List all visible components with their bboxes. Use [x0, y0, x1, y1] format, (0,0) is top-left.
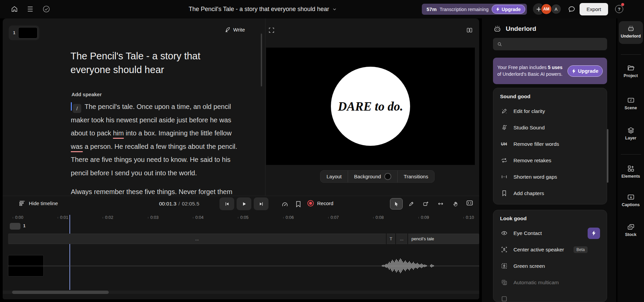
timeline-tools: [390, 198, 462, 209]
elements-icon: [617, 165, 644, 173]
avatar[interactable]: AM: [541, 3, 552, 15]
underlord-scrollbar[interactable]: [607, 129, 608, 183]
avatar-secondary[interactable]: A: [551, 4, 561, 14]
sidebar-item-layer[interactable]: Layer: [617, 126, 644, 140]
underlord-item-add-chapters[interactable]: Add chapters: [500, 185, 600, 201]
corrected-word[interactable]: him: [113, 129, 124, 137]
underlord-item-shorten-word-gaps[interactable]: Shorten word gaps: [500, 169, 600, 185]
timeline-scrollbar-thumb[interactable]: [12, 291, 109, 294]
playback-speed-icon[interactable]: [281, 201, 289, 208]
underlord-item-studio-sound[interactable]: Studio Sound: [500, 119, 600, 136]
ruler-tick: 0:09: [418, 215, 429, 220]
record-icon: [307, 200, 314, 206]
sidebar-item-stock[interactable]: Stock: [617, 223, 644, 237]
add-clip-tool[interactable]: [419, 198, 432, 209]
timeline-clip[interactable]: ...: [8, 234, 386, 244]
tab-background[interactable]: Background: [348, 171, 397, 182]
underlord-item-green-screen[interactable]: Green screen: [500, 258, 600, 274]
timeline-scrollbar-track[interactable]: [3, 291, 479, 294]
fit-timeline-icon[interactable]: [466, 199, 474, 207]
export-button[interactable]: Export: [580, 3, 608, 15]
filler-words-icon: UH: [500, 140, 508, 148]
write-button[interactable]: Write: [224, 26, 245, 33]
mic-sparkle-icon: [500, 124, 508, 132]
expand-preview-icon[interactable]: [268, 27, 275, 34]
marker-icon[interactable]: [295, 200, 301, 208]
tab-layout[interactable]: Layout: [320, 171, 348, 182]
timeline-clip[interactable]: ...: [396, 234, 407, 244]
underlord-item-remove-filler-words[interactable]: UH Remove filler words: [500, 136, 600, 152]
ruler-tick: 0:10: [463, 215, 474, 220]
play-button[interactable]: [237, 197, 251, 210]
audio-waveform[interactable]: [382, 258, 436, 274]
upgrade-button[interactable]: Upgrade: [492, 5, 525, 14]
slash-command-chip[interactable]: /: [73, 104, 81, 113]
track-number: 1: [23, 224, 26, 228]
corrected-word[interactable]: was: [71, 143, 83, 150]
transport-controls: [219, 197, 268, 210]
underlord-item-center-active-speaker[interactable]: Center active speaker Beta: [500, 241, 600, 258]
ruler-tick: 0:01: [58, 215, 68, 220]
section-title: Sound good: [500, 94, 600, 101]
free-plan-banner: Your Free plan includes 5 uses of Underl…: [493, 58, 607, 84]
hide-timeline-button[interactable]: Hide timeline: [19, 200, 58, 206]
track-header-thumbnail[interactable]: [10, 223, 20, 230]
transcript-text[interactable]: /The pencil's tale. Once upon a time, an…: [71, 100, 244, 196]
ruler-tick: 0:06: [283, 215, 294, 220]
transcript-paragraph[interactable]: /The pencil's tale. Once upon a time, an…: [71, 100, 244, 180]
underlord-search[interactable]: [493, 38, 607, 50]
select-tool[interactable]: [390, 198, 403, 209]
transcription-minutes: 57m: [427, 6, 437, 12]
scene-thumbnail-chip[interactable]: 1: [9, 25, 39, 40]
trim-tool[interactable]: [434, 198, 447, 209]
background-color-swatch[interactable]: [384, 173, 391, 180]
underlord-item-eye-contact[interactable]: Eye Contact: [500, 225, 600, 241]
chevron-down-icon: [333, 7, 337, 11]
razor-tool[interactable]: [405, 198, 417, 209]
scene-track: ... T ... pencil's tale: [8, 234, 479, 244]
tab-transitions[interactable]: Transitions: [397, 171, 434, 182]
underlord-item-edit-for-clarity[interactable]: Edit for clarity: [500, 103, 600, 119]
edit-sparkle-icon: [500, 107, 508, 115]
search-input[interactable]: [505, 42, 603, 47]
sidebar-item-elements[interactable]: Elements: [617, 165, 644, 179]
project-title-menu[interactable]: The Pencil's Tale - a story that everyon…: [189, 0, 337, 18]
sidebar-item-project[interactable]: Project: [617, 64, 644, 78]
transcript-paragraph-clipped[interactable]: Always remember these five things. Never…: [71, 185, 244, 196]
home-icon[interactable]: [11, 5, 18, 13]
eye-contact-ai-button[interactable]: [588, 228, 600, 239]
document-scrollbar[interactable]: [261, 34, 262, 86]
canvas-tabs: Layout Background Transitions: [320, 170, 435, 183]
clipped-item-icon: [500, 295, 508, 302]
help-button[interactable]: ?: [615, 5, 623, 13]
robot-icon: [617, 24, 644, 33]
underlord-item-remove-retakes[interactable]: Remove retakes: [500, 152, 600, 169]
sidebar-item-scene[interactable]: Scene: [617, 96, 644, 110]
underlord-item-automatic-multicam: Automatic multicam: [500, 274, 600, 291]
underlord-item-clipped[interactable]: [500, 291, 600, 302]
robot-icon: [493, 24, 502, 33]
video-canvas[interactable]: DARE to do.: [266, 48, 475, 165]
ruler-tick: 0:08: [373, 215, 384, 220]
timeline-clip[interactable]: T: [387, 234, 395, 244]
skip-back-button[interactable]: [219, 197, 234, 210]
stock-media-icon: [617, 223, 644, 231]
add-speaker-label[interactable]: Add speaker: [71, 92, 102, 97]
current-time: 00:01.3: [159, 201, 177, 206]
comments-icon[interactable]: [568, 5, 576, 13]
skip-forward-button[interactable]: [254, 197, 268, 210]
bookmark-icon: [500, 189, 508, 197]
look-good-card: Look good Eye Contact Center active spea…: [493, 210, 607, 302]
sidebar-item-underlord[interactable]: Underlord: [617, 24, 644, 39]
document-title[interactable]: The Pencil's Tale - a story that everyon…: [70, 49, 215, 77]
record-button[interactable]: Record: [307, 200, 333, 206]
sidebar-item-captions[interactable]: A Captions: [617, 193, 644, 207]
toggle-panels-icon[interactable]: [466, 27, 473, 34]
playhead[interactable]: [69, 215, 70, 290]
green-screen-icon: [500, 262, 508, 270]
timeline-section: Hide timeline 00:01.3/02:05.5: [3, 196, 479, 299]
timeline-clip-pencils-tale[interactable]: pencil's tale: [408, 234, 479, 244]
hand-tool[interactable]: [449, 198, 462, 209]
menu-icon[interactable]: [27, 6, 34, 12]
underlord-upgrade-button[interactable]: Upgrade: [567, 65, 603, 77]
